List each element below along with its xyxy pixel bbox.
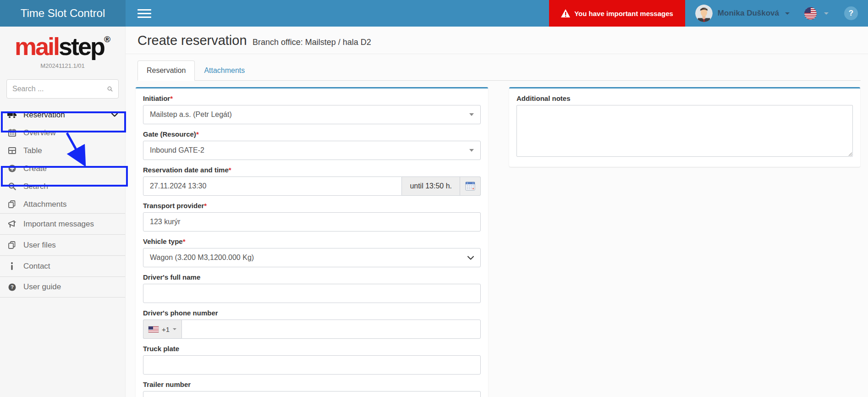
sidebar-item-search[interactable]: Search — [0, 177, 125, 195]
navbar: You have important messages — [126, 0, 868, 27]
chevron-down-icon — [111, 113, 118, 117]
avatar — [695, 5, 713, 22]
user-menu[interactable]: Monika Dušková — [695, 5, 790, 22]
trailer-number-label: Trailer number — [143, 380, 481, 388]
top-bar: Time Slot Control You have important mes… — [0, 0, 868, 27]
sidebar-item-label: User files — [23, 241, 56, 250]
datetime-label: Reservation date and time* — [143, 166, 481, 174]
page-title: Create reservation — [137, 33, 247, 48]
trailer-number-input[interactable] — [143, 391, 481, 397]
main-content: Create reservation Branch office: Mailst… — [126, 27, 868, 397]
copy-icon — [7, 200, 16, 208]
plus-circle-icon — [7, 165, 16, 172]
required-mark: * — [229, 166, 231, 174]
version-label: M20241121.1/01 — [0, 62, 125, 69]
alert-button-label: You have important messages — [574, 10, 673, 17]
until-time-addon: until 13:50 h. — [402, 176, 460, 196]
app-title: Time Slot Control — [0, 0, 126, 27]
calendar-icon — [7, 129, 16, 137]
truck-plate-input[interactable] — [143, 355, 481, 375]
transport-provider-input[interactable] — [143, 212, 481, 232]
megaphone-icon — [7, 221, 16, 228]
table-icon — [7, 147, 16, 154]
important-messages-button[interactable]: You have important messages — [549, 0, 685, 27]
sidebar-item-label: Contact — [23, 262, 50, 271]
vehicle-type-value: Wagon (3.200 M3,1200.000 Kg) — [150, 254, 254, 262]
help-icon[interactable]: ? — [844, 6, 858, 20]
svg-text:?: ? — [11, 284, 14, 290]
dropdown-caret-icon — [469, 149, 474, 152]
required-mark: * — [196, 130, 199, 138]
hamburger-icon[interactable] — [137, 7, 151, 20]
tab-bar: Reservation Attachments — [137, 61, 861, 81]
chevron-down-icon — [785, 12, 790, 15]
sidebar-item-user-files[interactable]: User files — [0, 234, 125, 255]
calendar-icon — [465, 182, 475, 191]
sidebar: mailstep® M20241121.1/01 Reservation — [0, 27, 126, 397]
initiator-select[interactable]: Mailstep a.s. (Petr Legát) — [143, 105, 481, 124]
notes-panel: Additional notes — [509, 87, 860, 167]
sidebar-item-attachments[interactable]: Attachments — [0, 195, 125, 213]
user-name: Monika Dušková — [718, 9, 779, 18]
additional-notes-textarea[interactable] — [516, 105, 853, 157]
datetime-input[interactable] — [143, 176, 402, 196]
sidebar-item-contact[interactable]: Contact — [0, 255, 125, 276]
sidebar-item-label: Table — [23, 146, 42, 155]
sidebar-item-user-guide[interactable]: ? User guide — [0, 276, 125, 298]
sidebar-item-create[interactable]: Create — [0, 160, 125, 177]
sidebar-item-label: Search — [23, 182, 48, 191]
gate-select[interactable]: Inbound GATE-2 — [143, 141, 481, 160]
sidebar-item-label: Overview — [23, 128, 56, 138]
logo-mail: mail — [15, 33, 59, 60]
dial-code-selector[interactable]: +1 — [143, 320, 181, 339]
sidebar-menu: Reservation Overview — [0, 106, 125, 298]
sidebar-item-table[interactable]: Table — [0, 142, 125, 160]
driver-phone-input[interactable] — [181, 320, 481, 339]
dropdown-caret-icon — [469, 113, 474, 116]
search-input[interactable] — [12, 85, 107, 93]
vehicle-type-label: Vehicle type* — [143, 237, 481, 245]
driver-name-label: Driver's full name — [143, 273, 481, 281]
tab-reservation[interactable]: Reservation — [137, 61, 195, 81]
additional-notes-label: Additional notes — [516, 94, 853, 102]
reservation-form-panel: Initiatior* Mailstep a.s. (Petr Legát) G… — [136, 87, 488, 397]
dial-code: +1 — [162, 325, 170, 333]
sidebar-item-label: Create — [23, 164, 47, 173]
required-mark: * — [183, 237, 186, 245]
sidebar-item-label: User guide — [23, 282, 61, 292]
initiator-label: Initiatior* — [143, 94, 481, 102]
search-icon[interactable] — [107, 85, 113, 93]
required-mark: * — [170, 94, 173, 102]
sidebar-search — [6, 79, 119, 99]
transport-provider-label: Transport provider* — [143, 202, 481, 210]
required-mark: * — [204, 202, 207, 210]
sidebar-item-reservation[interactable]: Reservation — [0, 106, 125, 124]
branch-office-subtitle: Branch office: Mailstep / hala D2 — [253, 38, 371, 47]
tab-attachments[interactable]: Attachments — [195, 61, 254, 81]
copy-icon — [7, 241, 16, 249]
sidebar-item-important-messages[interactable]: Important messages — [0, 213, 125, 234]
initiator-value: Mailstep a.s. (Petr Legát) — [150, 110, 232, 119]
sidebar-item-label: Attachments — [23, 200, 67, 209]
truck-plate-label: Truck plate — [143, 345, 481, 353]
language-chevron-icon[interactable] — [824, 12, 829, 15]
sidebar-item-label: Important messages — [23, 220, 94, 229]
sidebar-item-overview[interactable]: Overview — [0, 124, 125, 142]
mailstep-logo: mailstep® — [0, 27, 125, 59]
truck-icon — [7, 111, 16, 119]
us-flag-icon — [148, 326, 159, 332]
chevron-down-icon — [467, 256, 474, 260]
search-icon — [7, 182, 16, 190]
gate-label: Gate (Resource)* — [143, 130, 481, 138]
vehicle-type-select[interactable]: Wagon (3.200 M3,1200.000 Kg) — [143, 248, 481, 267]
question-circle-icon: ? — [7, 283, 16, 291]
dropdown-caret-icon — [173, 328, 176, 330]
warning-triangle-icon — [561, 9, 570, 17]
logo-step: step — [59, 33, 104, 60]
driver-name-input[interactable] — [143, 284, 481, 303]
language-flag-icon[interactable] — [804, 7, 817, 20]
calendar-picker-button[interactable] — [460, 176, 481, 196]
registered-mark: ® — [104, 34, 110, 44]
info-icon — [7, 262, 16, 270]
gate-value: Inbound GATE-2 — [150, 146, 204, 154]
